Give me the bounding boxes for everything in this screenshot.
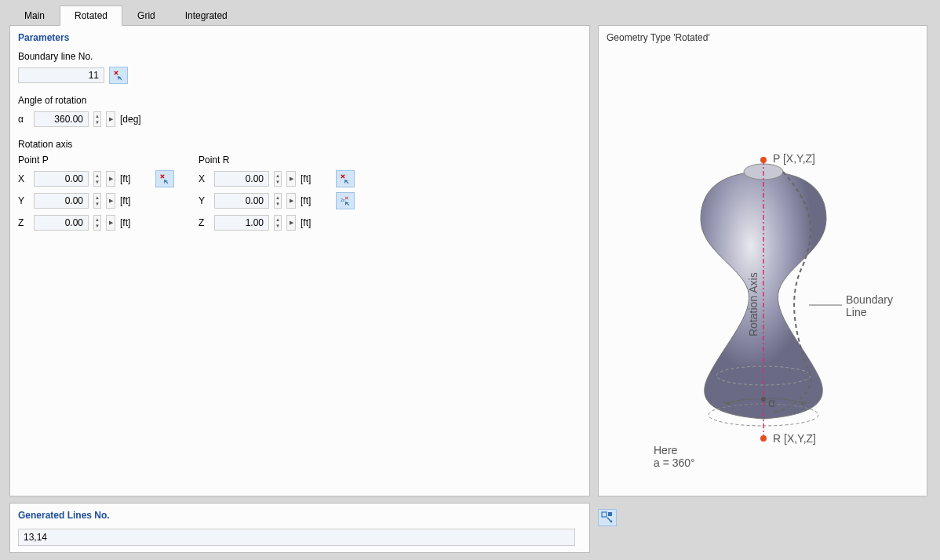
point-r-x-input[interactable] [214,171,269,187]
point-r-label: Point R [199,155,355,165]
pick-icon [340,173,351,184]
two-pick-icon: 2x [340,195,351,206]
diagram-label-here2: a = 360° [654,456,695,469]
diagram-label-boundary1: Boundary [846,293,893,306]
point-p-x-expand[interactable]: ▶ [106,171,115,187]
point-r-y-input[interactable] [214,193,269,209]
axis-x-label-r: X [199,173,209,184]
diagram-label-boundary2: Line [846,306,867,318]
point-p-y-input[interactable] [34,193,89,209]
point-p-y-unit: [ft] [120,195,130,206]
svg-point-14 [760,435,767,442]
point-r-y-spinner[interactable]: ▲▼ [274,193,282,209]
angle-symbol: α [18,114,29,125]
tab-rotated[interactable]: Rotated [60,5,122,26]
point-r-y-unit: [ft] [301,195,311,206]
svg-point-17 [761,397,766,402]
point-r-z-spinner[interactable]: ▲▼ [274,215,282,231]
generated-title: Generated Lines No. [18,510,581,521]
point-r-z-expand[interactable]: ▶ [286,215,296,231]
pick-point-r-button[interactable] [336,170,355,187]
pick-point-p-button[interactable] [155,170,174,187]
point-p-y-spinner[interactable]: ▲▼ [93,193,101,209]
angle-input[interactable] [34,111,89,127]
point-p-z-expand[interactable]: ▶ [106,215,115,231]
diagram-label-p: P [X,Y,Z] [773,152,815,165]
boundary-label: Boundary line No. [18,51,581,62]
generated-input[interactable] [18,529,575,546]
angle-unit: [deg] [120,114,141,125]
svg-rect-19 [602,512,607,517]
point-p-x-input[interactable] [34,171,89,187]
point-p-y-expand[interactable]: ▶ [106,193,115,209]
point-r-z-unit: [ft] [301,217,311,228]
generated-panel: Generated Lines No. [9,503,590,553]
angle-label: Angle of rotation [18,95,581,106]
two-pick-button[interactable]: 2x [336,192,355,209]
svg-text:2x: 2x [341,198,345,202]
diagram-label-r: R [X,Y,Z] [773,432,816,445]
svg-rect-21 [608,512,612,516]
boundary-input[interactable] [18,67,104,83]
axis-z-label: Z [18,217,29,228]
geometry-diagram: P [X,Y,Z] R [X,Y,Z] Rotation Axis Bounda… [607,46,920,485]
point-r-y-expand[interactable]: ▶ [286,193,296,209]
point-p-x-spinner[interactable]: ▲▼ [93,171,101,187]
tab-grid[interactable]: Grid [122,5,170,26]
apply-icon [601,511,614,524]
axis-z-label-r: Z [199,217,209,228]
apply-to-model-button[interactable] [598,509,617,526]
point-p-z-spinner[interactable]: ▲▼ [93,215,101,231]
angle-spinner[interactable]: ▲▼ [93,111,101,127]
preview-panel: Geometry Type 'Rotated' [598,25,927,496]
axis-y-label: Y [18,195,29,206]
point-r-z-input[interactable] [214,215,269,231]
pick-icon [159,173,170,184]
point-p-z-input[interactable] [34,215,89,231]
point-r-x-expand[interactable]: ▶ [286,171,296,187]
pick-icon [113,70,124,81]
angle-expand-button[interactable]: ▶ [106,111,115,127]
diagram-label-axis: Rotation Axis [747,272,760,336]
axis-y-label-r: Y [199,195,209,206]
point-p-label: Point P [18,155,175,165]
preview-button-row [598,503,927,533]
point-r-x-unit: [ft] [301,173,311,184]
parameters-title: Parameters [18,32,581,43]
pick-boundary-button[interactable] [109,67,128,84]
point-p-x-unit: [ft] [120,173,130,184]
tab-main[interactable]: Main [9,5,60,26]
rotation-axis-label: Rotation axis [18,139,581,150]
diagram-label-alpha: α [768,396,775,409]
point-p-z-unit: [ft] [120,217,130,228]
parameters-panel: Parameters Boundary line No. Angle of ro… [9,25,590,496]
point-r-x-spinner[interactable]: ▲▼ [274,171,282,187]
tab-integrated[interactable]: Integrated [170,5,242,26]
axis-x-label: X [18,173,29,184]
preview-title: Geometry Type 'Rotated' [607,32,919,43]
diagram-label-here1: Here [654,444,678,456]
tab-bar: Main Rotated Grid Integrated [0,0,940,26]
svg-point-13 [760,157,767,163]
